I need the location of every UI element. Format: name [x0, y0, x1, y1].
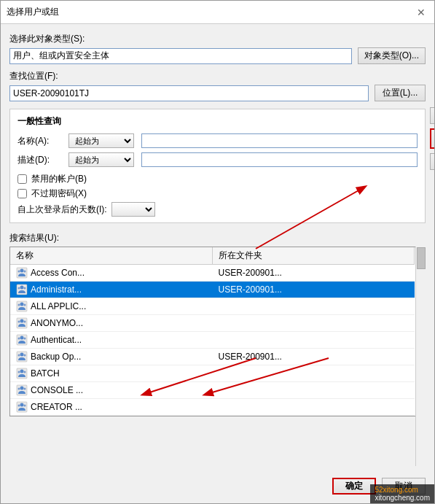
svg-point-7 [24, 271, 26, 273]
svg-point-31 [24, 371, 26, 373]
location-button[interactable]: 位置(L)... [375, 85, 426, 101]
name-field-label: 名称(A): [17, 135, 68, 147]
table-cell-folder [213, 332, 415, 348]
table-header: 名称 所在文件夹 [10, 247, 415, 265]
watermark-line1: 52xitong.com [375, 486, 430, 494]
user-group-icon [16, 368, 28, 379]
checkbox-noexpire-row: 不过期密码(X) [17, 187, 418, 200]
svg-point-35 [24, 388, 26, 390]
table-cell-folder [213, 315, 415, 331]
table-cell-name: Access Con... [10, 265, 213, 281]
table-cell-folder [213, 298, 415, 314]
days-row: 自上次登录后的天数(I): [17, 202, 418, 217]
watermark: 52xitong.com xitongcheng.com [370, 484, 434, 503]
location-row: 位置(L)... [9, 85, 426, 101]
columns-button[interactable]: 列(C)... [430, 107, 434, 124]
object-type-input[interactable] [9, 48, 352, 64]
svg-point-30 [18, 371, 20, 373]
svg-point-11 [24, 287, 26, 290]
location-input[interactable] [9, 85, 369, 101]
object-type-label: 选择此对象类型(S): [9, 33, 426, 45]
svg-point-21 [20, 336, 24, 340]
name-input[interactable] [141, 133, 418, 148]
col-folder-header: 所在文件夹 [213, 247, 415, 264]
days-select[interactable] [111, 202, 155, 217]
table-row[interactable]: ANONYMO... [10, 315, 415, 332]
disabled-accounts-label: 禁用的帐户(B) [31, 173, 87, 185]
user-group-icon [16, 284, 28, 295]
results-label: 搜索结果(U): [9, 232, 426, 244]
search-now-button[interactable]: 立即查找(N) [430, 128, 434, 149]
desc-select[interactable]: 起始为 [68, 152, 134, 167]
svg-point-29 [20, 370, 24, 373]
title-bar: 选择用户或组 ✕ [1, 1, 434, 24]
table-cell-folder: USER-200901... [213, 282, 415, 298]
object-type-section: 选择此对象类型(S): 对象类型(O)... [9, 33, 426, 64]
table-row[interactable]: Authenticat... [10, 332, 415, 349]
confirm-button[interactable]: 确定 [332, 478, 376, 495]
table-cell-folder: USER-200901... [213, 349, 415, 365]
dialog-title: 选择用户或组 [7, 6, 59, 18]
table-cell-folder [213, 399, 415, 415]
svg-point-17 [20, 319, 24, 323]
table-row[interactable]: CREATOR ... [10, 399, 415, 416]
table-cell-name: CREATOR ... [10, 399, 213, 415]
object-type-button[interactable]: 对象类型(O)... [358, 47, 426, 64]
svg-point-34 [18, 388, 20, 390]
name-select[interactable]: 起始为 [68, 133, 134, 148]
table-cell-name: ALL APPLIC... [10, 298, 213, 314]
confirm-row: 确定 取消 [9, 478, 426, 495]
svg-point-37 [20, 403, 24, 407]
table-cell-folder [213, 365, 415, 381]
svg-point-38 [18, 405, 20, 407]
user-group-icon [16, 334, 28, 346]
object-type-row: 对象类型(O)... [9, 47, 426, 64]
noexpire-password-label: 不过期密码(X) [31, 187, 87, 200]
table-cell-folder: USER-200901... [213, 265, 415, 281]
table-cell-name: Authenticat... [10, 332, 213, 348]
close-button[interactable]: ✕ [414, 5, 428, 20]
svg-point-15 [24, 304, 26, 306]
noexpire-password-checkbox[interactable] [17, 189, 27, 198]
user-group-icon [16, 351, 28, 363]
svg-point-6 [18, 271, 20, 273]
table-row[interactable]: Access Con...USER-200901... [10, 265, 415, 282]
col-name-header: 名称 [10, 247, 213, 264]
table-row[interactable]: Backup Op...USER-200901... [10, 349, 415, 365]
table-row[interactable]: BATCH [10, 365, 415, 382]
scrollbar-thumb[interactable] [417, 247, 426, 269]
svg-point-5 [20, 269, 24, 273]
user-group-icon [16, 317, 28, 329]
svg-point-26 [18, 354, 20, 357]
disabled-accounts-checkbox[interactable] [17, 174, 27, 184]
table-cell-name: CONSOLE ... [10, 382, 213, 398]
svg-point-13 [20, 303, 24, 306]
location-label: 查找位置(F): [9, 70, 426, 82]
svg-point-23 [24, 338, 26, 340]
svg-point-14 [18, 304, 20, 306]
table-row[interactable]: Administrat...USER-200901... [10, 282, 415, 298]
user-group-icon [16, 301, 28, 312]
user-group-icon [16, 401, 28, 413]
table-cell-name: ANONYMO... [10, 315, 213, 331]
desc-field-label: 描述(D): [17, 154, 68, 166]
user-group-icon [16, 384, 28, 396]
svg-point-39 [24, 405, 26, 407]
svg-point-19 [24, 321, 26, 323]
desc-input[interactable] [141, 152, 418, 167]
table-cell-folder [213, 382, 415, 398]
stop-button[interactable]: 停止(T) [430, 153, 434, 170]
checkbox-disabled-row: 禁用的帐户(B) [17, 173, 418, 185]
table-body: Access Con...USER-200901... Administrat.… [10, 265, 415, 416]
svg-point-25 [20, 353, 24, 357]
table-row[interactable]: CONSOLE ... [10, 382, 415, 399]
table-row[interactable]: ALL APPLIC... [10, 298, 415, 315]
results-scrollbar[interactable] [415, 247, 426, 466]
svg-point-33 [20, 387, 24, 390]
table-cell-name: Backup Op... [10, 349, 213, 365]
location-section: 查找位置(F): 位置(L)... [9, 70, 426, 101]
svg-point-9 [20, 286, 24, 290]
svg-point-22 [18, 338, 20, 340]
watermark-line2: xitongcheng.com [375, 494, 430, 502]
results-table[interactable]: 名称 所在文件夹 Access Con...USER-200901... Adm… [9, 247, 426, 416]
